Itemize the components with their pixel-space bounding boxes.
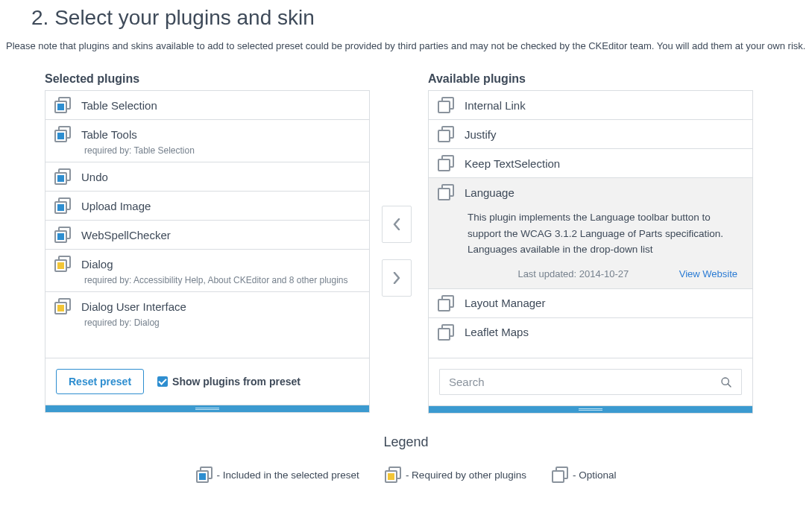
status-included-icon <box>54 97 71 113</box>
plugin-row: Layout Manager <box>438 295 743 311</box>
plugin-name: Table Selection <box>81 99 157 112</box>
plugin-meta: Last updated: 2014-10-27View Website <box>438 261 743 282</box>
legend-optional: - Optional <box>552 467 617 483</box>
plugin-updated: Last updated: 2014-10-27 <box>468 268 679 279</box>
status-required-icon <box>54 256 71 272</box>
move-left-button[interactable] <box>382 206 412 243</box>
legend-required-label: - Required by other plugins <box>406 469 526 481</box>
plugin-name: WebSpellChecker <box>81 229 171 241</box>
plugin-row: Leaflet Maps <box>438 324 743 341</box>
status-optional-icon <box>438 184 454 200</box>
status-optional-icon <box>438 324 454 341</box>
checkbox-icon <box>157 376 168 387</box>
legend-required: - Required by other plugins <box>385 467 526 483</box>
search-field-wrap <box>439 369 742 395</box>
transfer-controls <box>382 72 416 414</box>
plugin-row: Undo <box>54 168 360 185</box>
chevron-left-icon <box>393 218 400 230</box>
required-by-text: required by: Table Selection <box>54 145 360 156</box>
plugin-row: Table Tools <box>54 126 360 142</box>
status-included-icon <box>54 126 71 142</box>
search-icon <box>720 376 732 388</box>
plugin-name: Justify <box>465 128 497 141</box>
plugin-item[interactable]: Dialog User Interfacerequired by: Dialog <box>45 292 369 334</box>
status-required-icon <box>54 298 71 314</box>
plugin-row: Table Selection <box>54 97 360 113</box>
selected-panel: Selected plugins Table SelectionTable To… <box>45 72 370 414</box>
plugin-row: Justify <box>438 126 743 142</box>
plugin-item[interactable]: Justify <box>429 120 752 149</box>
reset-preset-button[interactable]: Reset preset <box>56 369 144 394</box>
available-list[interactable]: Internal LinkJustifyKeep TextSelectionLa… <box>429 91 752 358</box>
resize-handle[interactable] <box>428 406 753 414</box>
available-panel: Available plugins Internal LinkJustifyKe… <box>428 72 753 414</box>
plugin-name: Internal Link <box>465 99 526 112</box>
legend-included-label: - Included in the selected preset <box>217 469 359 481</box>
chevron-right-icon <box>393 272 400 284</box>
plugin-item[interactable]: LanguageThis plugin implements the Langu… <box>429 178 752 289</box>
selected-listbox: Table SelectionTable Toolsrequired by: T… <box>45 90 370 358</box>
plugin-builder: Selected plugins Table SelectionTable To… <box>0 72 812 414</box>
plugin-item[interactable]: Table Selection <box>45 91 369 120</box>
status-included-icon <box>54 168 71 185</box>
plugin-row: Language <box>438 184 743 200</box>
legend: Legend - Included in the selected preset… <box>0 414 812 483</box>
legend-title: Legend <box>0 434 812 467</box>
plugin-name: Table Tools <box>81 128 137 141</box>
required-by-text: required by: Accessibility Help, About C… <box>54 275 360 285</box>
legend-row: - Included in the selected preset - Requ… <box>0 467 812 483</box>
show-preset-checkbox[interactable]: Show plugins from preset <box>157 376 300 388</box>
search-input[interactable] <box>449 376 714 388</box>
available-panel-footer <box>428 358 753 406</box>
plugin-name: Upload Image <box>81 200 151 212</box>
svg-line-1 <box>728 384 731 387</box>
available-listbox: Internal LinkJustifyKeep TextSelectionLa… <box>428 90 753 358</box>
plugin-item[interactable]: WebSpellChecker <box>45 221 369 250</box>
plugin-item[interactable]: Keep TextSelection <box>429 149 752 178</box>
plugin-row: WebSpellChecker <box>54 227 360 243</box>
plugin-item[interactable]: Dialogrequired by: Accessibility Help, A… <box>45 250 369 292</box>
plugin-row: Dialog User Interface <box>54 298 360 314</box>
plugin-row: Upload Image <box>54 197 360 214</box>
plugin-row: Dialog <box>54 256 360 272</box>
resize-handle[interactable] <box>45 405 370 413</box>
plugin-item[interactable]: Layout Manager <box>429 289 752 318</box>
status-optional-icon <box>552 467 568 483</box>
plugin-name: Undo <box>81 171 108 183</box>
plugin-row: Keep TextSelection <box>438 155 743 171</box>
plugin-item[interactable]: Internal Link <box>429 91 752 120</box>
status-optional-icon <box>438 97 454 113</box>
plugin-name: Keep TextSelection <box>465 157 560 170</box>
plugin-name: Dialog <box>81 258 113 271</box>
plugin-name: Leaflet Maps <box>465 326 529 338</box>
selected-list[interactable]: Table SelectionTable Toolsrequired by: T… <box>45 91 369 358</box>
status-optional-icon <box>438 295 454 311</box>
plugin-item[interactable]: Upload Image <box>45 192 369 221</box>
legend-included: - Included in the selected preset <box>196 467 359 483</box>
status-included-icon <box>196 467 213 483</box>
legend-optional-label: - Optional <box>573 469 617 481</box>
status-required-icon <box>385 467 401 483</box>
plugin-item[interactable]: Leaflet Maps <box>429 318 752 347</box>
required-by-text: required by: Dialog <box>54 317 360 328</box>
selected-panel-title: Selected plugins <box>45 72 370 90</box>
view-website-link[interactable]: View Website <box>679 268 737 279</box>
selected-panel-footer: Reset preset Show plugins from preset <box>45 358 370 405</box>
status-included-icon <box>54 227 71 243</box>
section-heading: 2. Select your plugins and skin <box>0 0 812 40</box>
plugin-item[interactable]: Table Toolsrequired by: Table Selection <box>45 120 369 162</box>
plugin-description: This plugin implements the Language tool… <box>438 203 743 258</box>
status-optional-icon <box>438 155 454 171</box>
disclaimer-text: Please note that plugins and skins avail… <box>0 40 812 72</box>
show-preset-label: Show plugins from preset <box>172 376 300 388</box>
plugin-name: Language <box>465 186 514 199</box>
plugin-name: Dialog User Interface <box>81 300 186 313</box>
move-right-button[interactable] <box>382 259 412 297</box>
status-optional-icon <box>438 126 454 142</box>
plugin-row: Internal Link <box>438 97 743 113</box>
plugin-item[interactable]: Undo <box>45 162 369 192</box>
status-included-icon <box>54 197 71 214</box>
available-panel-title: Available plugins <box>428 72 753 90</box>
plugin-name: Layout Manager <box>465 297 545 309</box>
